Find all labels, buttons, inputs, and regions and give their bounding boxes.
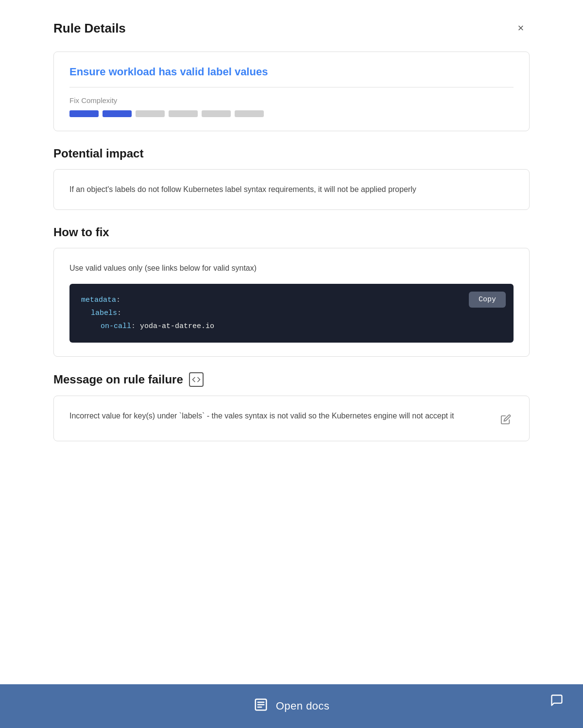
code-key-oncall: on-call	[101, 322, 131, 330]
code-embed-icon	[189, 372, 204, 387]
fix-complexity-label: Fix Complexity	[69, 96, 514, 104]
rule-title: Ensure workload has valid label values	[69, 66, 514, 78]
message-section-title-text: Message on rule failure	[53, 373, 183, 386]
how-to-fix-title: How to fix	[53, 225, 530, 239]
complexity-bar-5	[202, 110, 231, 117]
chat-button[interactable]	[542, 687, 571, 716]
code-key-labels: labels	[91, 309, 117, 317]
open-docs-label: Open docs	[276, 700, 329, 712]
how-to-fix-card: Use valid values only (see links below f…	[53, 248, 530, 357]
complexity-bar-2	[103, 110, 132, 117]
code-value-oncall: yoda-at-datree.io	[140, 322, 214, 330]
edit-icon[interactable]	[498, 412, 514, 427]
code-block: Copy metadata: labels: on-call: yoda-at-…	[69, 284, 514, 343]
message-section-header: Message on rule failure	[53, 372, 530, 387]
how-to-fix-text: Use valid values only (see links below f…	[69, 262, 514, 275]
code-key-metadata: metadata	[81, 296, 116, 304]
message-card: Incorrect value for key(s) under `labels…	[53, 396, 530, 441]
close-button[interactable]: ×	[512, 19, 530, 37]
code-line-2: labels:	[81, 307, 502, 320]
complexity-bar-4	[169, 110, 198, 117]
rule-card: Ensure workload has valid label values F…	[53, 52, 530, 131]
potential-impact-title: Potential impact	[53, 147, 530, 160]
footer-bar[interactable]: Open docs	[0, 684, 583, 728]
panel-header: Rule Details ×	[53, 19, 530, 37]
panel-title: Rule Details	[53, 21, 126, 36]
complexity-bar-6	[235, 110, 264, 117]
code-line-1: metadata:	[81, 294, 502, 307]
rule-divider	[69, 87, 514, 87]
complexity-bar-3	[136, 110, 165, 117]
code-line-3: on-call: yoda-at-datree.io	[81, 320, 502, 333]
complexity-bar-1	[69, 110, 99, 117]
chat-icon	[550, 693, 564, 711]
copy-button[interactable]: Copy	[469, 292, 506, 308]
docs-icon	[254, 697, 268, 715]
potential-impact-card: If an object's labels do not follow Kube…	[53, 169, 530, 210]
complexity-bars	[69, 110, 514, 117]
potential-impact-text: If an object's labels do not follow Kube…	[69, 185, 416, 193]
message-text: Incorrect value for key(s) under `labels…	[69, 410, 488, 422]
